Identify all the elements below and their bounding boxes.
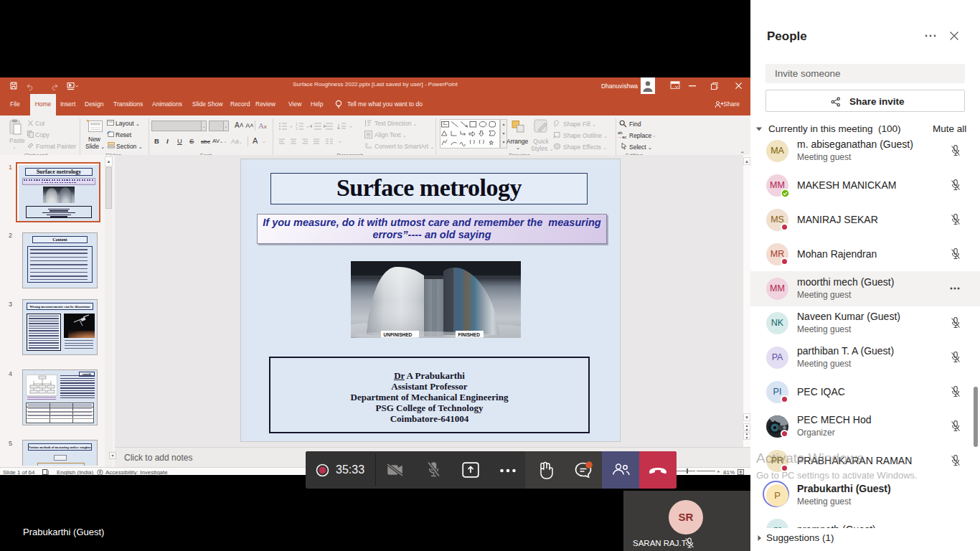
svg-text:A: A	[258, 121, 264, 130]
svg-text:FINISHED: FINISHED	[458, 332, 481, 337]
svg-text:UNFINISHED: UNFINISHED	[384, 332, 413, 337]
svg-text:2: 2	[296, 126, 298, 131]
svg-text:A: A	[367, 123, 370, 127]
